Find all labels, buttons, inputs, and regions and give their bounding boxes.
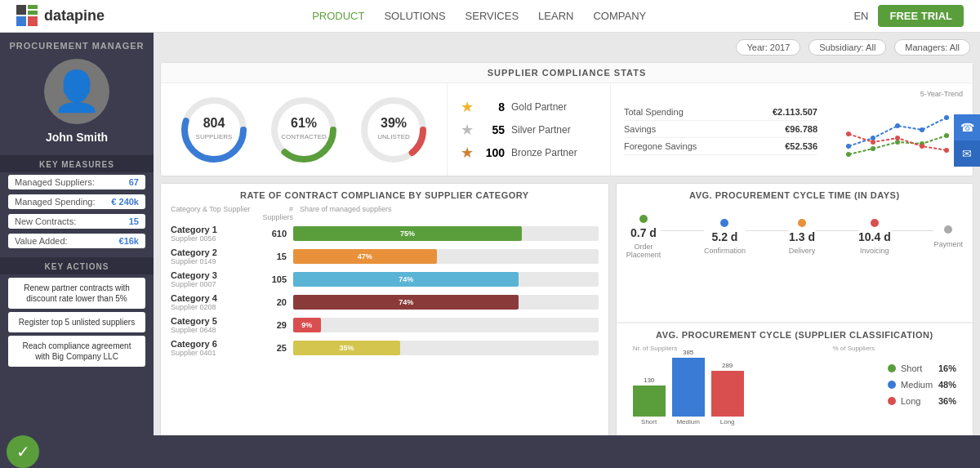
category-row: Category 2 Supplier 0149 15 47% xyxy=(171,247,599,265)
bar-short-label: Short xyxy=(641,418,657,426)
legend-short-dot xyxy=(888,364,896,372)
cat-bar-wrap-1: 47% xyxy=(293,249,599,264)
bar-long-label: Long xyxy=(720,418,735,426)
y2-label: % of Suppliers xyxy=(832,345,875,352)
svg-text:CONTRACTED: CONTRACTED xyxy=(281,133,327,140)
bar-chart: 130 Short 385 Medium 2 xyxy=(626,352,881,426)
svg-point-28 xyxy=(871,140,875,145)
action-register-suppliers[interactable]: Register top 5 unlisted suppliers xyxy=(8,312,145,332)
step-invoicing-label: Invoicing xyxy=(860,247,889,255)
mail-button[interactable]: ✉ xyxy=(954,140,980,167)
cat-bar-5: 35% xyxy=(293,341,400,355)
total-spending-row: Total Spending €2.113.507 xyxy=(624,104,817,121)
nav-services[interactable]: SERVICES xyxy=(466,10,519,22)
connector2 xyxy=(746,230,789,231)
category-panel-title: RATE OF CONTRACT COMPLIANCE BY SUPPLIER … xyxy=(171,190,599,200)
gauges-section: 804 SUPPLIERS 61% CONTRACTED xyxy=(161,83,448,176)
cat-supplier-1: Supplier 0149 xyxy=(171,257,261,265)
compliance-panel-title: SUPPLIER COMPLIANCE STATS xyxy=(161,63,973,83)
step-confirm-dot xyxy=(720,219,728,227)
legend-long-label: Long xyxy=(901,396,933,406)
trend-title: 5-Year-Trend xyxy=(840,90,963,98)
cat-bar-wrap-2: 74% xyxy=(293,272,599,287)
gauge-contracted: 61% CONTRACTED xyxy=(267,93,341,167)
user-avatar-icon: 👤 xyxy=(52,69,101,114)
cat-bar-wrap-4: 9% xyxy=(293,318,599,332)
user-name: John Smith xyxy=(46,131,108,144)
nav-solutions[interactable]: SOLUTIONS xyxy=(384,10,445,22)
nav-product[interactable]: PRODUCT xyxy=(312,10,364,22)
logo: datapine xyxy=(16,5,105,28)
cat-name-0: Category 1 xyxy=(171,225,261,234)
side-icons: ☎ ✉ xyxy=(954,114,980,167)
step-order-label: OrderPlacement xyxy=(626,243,662,259)
svg-rect-4 xyxy=(28,16,38,26)
gauge-contracted-svg: 61% CONTRACTED xyxy=(267,93,341,167)
gauge-unlisted-svg: 39% UNLISTED xyxy=(357,93,430,167)
phone-button[interactable]: ☎ xyxy=(954,114,980,140)
category-compliance-panel: RATE OF CONTRACT COMPLIANCE BY SUPPLIER … xyxy=(160,183,609,461)
svg-point-22 xyxy=(846,152,851,157)
category-row: Category 5 Supplier 0648 29 9% xyxy=(171,316,599,334)
avatar: 👤 xyxy=(44,59,109,124)
bronze-label: Bronze Partner xyxy=(511,147,577,158)
bar-short: 130 Short xyxy=(633,377,666,426)
compliance-stats-panel: SUPPLIER COMPLIANCE STATS 804 SUPPLIERS xyxy=(160,62,973,176)
bottom-bar: ✓ xyxy=(0,435,980,468)
step-delivery-dot xyxy=(798,219,806,227)
svg-text:804: 804 xyxy=(203,116,225,130)
legend-medium-value: 48% xyxy=(938,380,956,390)
cat-bar-wrap-3: 74% xyxy=(293,295,599,310)
legend-short: Short 16% xyxy=(888,363,956,373)
gold-star-icon: ★ xyxy=(461,98,474,116)
bar-medium-rect xyxy=(672,358,705,417)
cat-supplier-3: Supplier 0208 xyxy=(171,303,261,311)
category-rows: Category 1 Supplier 0056 610 75% Categor… xyxy=(171,225,599,362)
bar-short-value: 130 xyxy=(644,377,654,384)
legend-long: Long 36% xyxy=(888,396,956,406)
bottom-row: RATE OF CONTRACT COMPLIANCE BY SUPPLIER … xyxy=(160,183,973,461)
cat-supplier-4: Supplier 0648 xyxy=(171,326,261,334)
nav-lang[interactable]: EN xyxy=(853,10,868,22)
bar-long-value: 289 xyxy=(722,362,733,369)
managers-filter[interactable]: Managers: All xyxy=(894,39,970,56)
category-row: Category 3 Supplier 0007 105 74% xyxy=(171,270,599,288)
cat-count-0: 610 xyxy=(261,229,293,238)
connector4 xyxy=(891,230,934,231)
cycle-panel-title: AVG. PROCUREMENT CYCLE TIME (IN DAYS) xyxy=(626,190,963,200)
nav-company[interactable]: COMPANY xyxy=(593,10,646,22)
step-invoicing-dot xyxy=(871,219,879,227)
cat-bar-4: 9% xyxy=(293,318,321,332)
cat-name-3: Category 4 xyxy=(171,293,261,303)
svg-text:61%: 61% xyxy=(291,116,317,130)
subsidiary-filter[interactable]: Subsidiary: All xyxy=(808,39,886,56)
cat-info-4: Category 5 Supplier 0648 xyxy=(171,316,261,334)
partners-section: ★ 8 Gold Partner ★ 55 Silver Partner ★ 1… xyxy=(448,83,611,176)
trend-section: 5-Year-Trend xyxy=(831,83,973,176)
sidebar: PROCUREMENT MANAGER 👤 John Smith KEY MEA… xyxy=(0,33,154,468)
year-filter[interactable]: Year: 2017 xyxy=(736,39,800,56)
svg-text:UNLISTED: UNLISTED xyxy=(377,133,410,140)
cat-info-1: Category 2 Supplier 0149 xyxy=(171,247,261,265)
cat-bar-2: 74% xyxy=(293,272,519,287)
key-actions-section: KEY ACTIONS Renew partner contracts with… xyxy=(0,257,154,370)
svg-point-30 xyxy=(920,144,924,149)
step-invoicing-value: 10.4 d xyxy=(858,230,891,243)
legend-medium-label: Medium xyxy=(901,380,933,390)
step-order-value: 0.7 d xyxy=(630,226,657,239)
action-reach-compliance[interactable]: Reach compliance agreement with Big Comp… xyxy=(8,336,145,367)
silver-count: 55 xyxy=(480,123,505,136)
svg-rect-2 xyxy=(28,11,38,15)
free-trial-button[interactable]: FREE TRIAL xyxy=(878,5,964,27)
cat-name-2: Category 3 xyxy=(171,270,261,280)
gold-count: 8 xyxy=(480,100,505,114)
classif-title: AVG. PROCUREMENT CYCLE (SUPPLIER CLASSIF… xyxy=(626,330,963,340)
cat-bar-1: 47% xyxy=(293,249,437,264)
savings-row: Savings €96.788 xyxy=(624,121,817,138)
category-row: Category 1 Supplier 0056 610 75% xyxy=(171,225,599,243)
action-renew-contracts[interactable]: Renew partner contracts with discount ra… xyxy=(8,278,145,309)
silver-label: Silver Partner xyxy=(511,124,571,136)
classif-legend: Short 16% Medium 48% Long xyxy=(881,345,963,426)
gold-label: Gold Partner xyxy=(511,101,567,113)
nav-learn[interactable]: LEARN xyxy=(538,10,573,22)
